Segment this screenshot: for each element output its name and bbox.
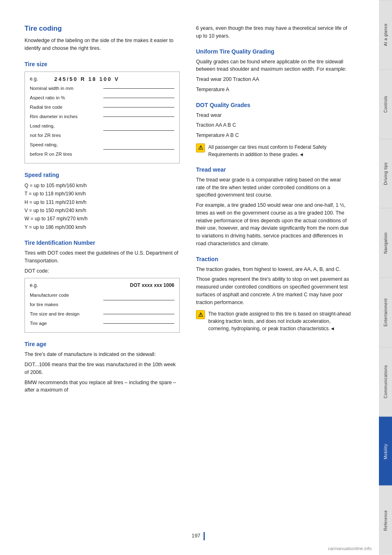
- tire-size-example-row: e.g. 245/50 R 18 100 V: [30, 76, 174, 82]
- tire-size-label-1: Nominal width in mm: [30, 84, 103, 93]
- main-content: Tire coding Knowledge of the labeling on…: [0, 0, 379, 555]
- sidebar-tab-driving-tips[interactable]: Driving tips: [379, 139, 392, 208]
- dot-quality-line1: Tread wear: [196, 112, 351, 119]
- tire-size-row-4: Rim diameter in inches: [30, 112, 174, 121]
- dot-label-3: Tire age: [30, 319, 103, 328]
- tire-size-label-6: Speed rating,before R on ZR tires: [30, 140, 103, 159]
- tread-wear-title: Tread wear: [196, 166, 351, 173]
- left-column: Tire coding Knowledge of the labeling on…: [24, 25, 180, 530]
- speed-item-t: T = up to 118 mph/190 km/h: [24, 190, 180, 198]
- dot-eg-row: e.g. DOT xxxx xxx 1006: [30, 282, 174, 288]
- dot-row-1: Manufacturer codefor tire makes: [30, 291, 174, 309]
- speed-item-y: Y = up to 186 mph/300 km/h: [24, 223, 180, 231]
- tire-size-label-4: Rim diameter in inches: [30, 112, 103, 121]
- sidebar-tab-reference[interactable]: Reference: [379, 486, 392, 555]
- dot-row-3: Tire age: [30, 319, 174, 328]
- dot-label-2: Tire size and tire design: [30, 309, 103, 319]
- dot-label: DOT code:: [24, 267, 180, 275]
- tire-size-box: e.g. 245/50 R 18 100 V Nominal width in …: [24, 72, 180, 163]
- dot-code-box: e.g. DOT xxxx xxx 1006 Manufacturer code…: [24, 278, 180, 333]
- sidebar-tab-mobility[interactable]: Mobility: [379, 416, 392, 486]
- speed-item-q: Q = up to 105 mph/160 km/h: [24, 181, 180, 190]
- tire-size-line-2: [103, 98, 174, 98]
- uniform-grading-ex1: Tread wear 200 Traction AA: [196, 76, 351, 83]
- page-number: 197: [192, 533, 200, 539]
- tire-eg-value: 245/50 R 18 100 V: [54, 76, 119, 82]
- tread-wear-p2: For example, a tire graded 150 would wea…: [196, 201, 351, 248]
- tread-wear-p1: The tread wear grade is a comparative ra…: [196, 176, 351, 199]
- tire-size-row-6: Speed rating,before R on ZR tires: [30, 140, 174, 159]
- tire-size-line-5: [103, 130, 174, 131]
- tire-age-p3: BMW recommends that you replace all tire…: [24, 379, 180, 394]
- uniform-grading-intro: Quality grades can be found where applic…: [196, 58, 351, 74]
- tire-size-label-2: Aspect ratio in %: [30, 93, 103, 103]
- dot-quality-warning-box: ⚠ All passenger car tires must conform t…: [196, 143, 351, 158]
- dot-quality-warning-text: All passenger car tires must conform to …: [208, 143, 351, 158]
- tire-size-row-2: Aspect ratio in %: [30, 93, 174, 103]
- dot-line-3: [103, 323, 174, 324]
- warning-icon-2: ⚠: [196, 310, 205, 319]
- sidebar-tab-entertainment[interactable]: Entertainment: [379, 278, 392, 347]
- dot-rows: Manufacturer codefor tire makes Tire siz…: [30, 291, 174, 328]
- tire-size-row-5: Load rating,not for ZR tires: [30, 121, 174, 140]
- speed-item-h: H = up to 131 mph/210 km/h: [24, 198, 180, 206]
- page-container: Tire coding Knowledge of the labeling on…: [0, 0, 392, 555]
- watermark: carmanualsonline.info: [328, 546, 372, 551]
- traction-warning-box: ⚠ The traction grade assigned to this ti…: [196, 310, 351, 332]
- sidebar-tabs: At a glance Controls Driving tips Naviga…: [379, 0, 392, 555]
- tire-size-row-3: Radial tire code: [30, 103, 174, 112]
- dot-row-2: Tire size and tire design: [30, 309, 174, 319]
- dot-eg-value: DOT xxxx xxx 1006: [130, 282, 174, 288]
- dot-label-1: Manufacturer codefor tire makes: [30, 291, 103, 309]
- tire-size-rows: Nominal width in mm Aspect ratio in % Ra…: [30, 84, 174, 159]
- tire-size-line-1: [103, 88, 174, 89]
- uniform-grading-ex2: Temperature A: [196, 86, 351, 94]
- tire-age-title: Tire age: [24, 341, 180, 347]
- right-column: 6 years, even though the tires may have …: [196, 25, 351, 530]
- uniform-grading-title: Uniform Tire Quality Grading: [196, 48, 351, 55]
- tire-size-row-1: Nominal width in mm: [30, 84, 174, 93]
- tire-id-intro: Tires with DOT codes meet the guidelines…: [24, 249, 180, 265]
- tire-size-line-4: [103, 116, 174, 117]
- page-number-bar: [204, 532, 205, 540]
- tire-id-title: Tire Identification Number: [24, 239, 180, 246]
- tire-size-title: Tire size: [24, 61, 180, 67]
- dot-quality-line2: Traction AA A B C: [196, 121, 351, 129]
- tire-age-p1: The tire's date of manufacture is indica…: [24, 351, 180, 358]
- sidebar-tab-at-a-glance[interactable]: At a glance: [379, 0, 392, 69]
- traction-p2: Those grades represent the tire's abilit…: [196, 275, 351, 306]
- traction-p1: The traction grades, from highest to low…: [196, 266, 351, 273]
- tire-size-label-3: Radial tire code: [30, 103, 103, 112]
- sidebar-tab-navigation[interactable]: Navigation: [379, 208, 392, 278]
- tire-size-line-6: [103, 149, 174, 150]
- traction-warning-text: The traction grade assigned to this tire…: [208, 310, 351, 332]
- dot-quality-line3: Temperature A B C: [196, 132, 351, 139]
- warning-icon-1: ⚠: [196, 143, 205, 152]
- dot-line-1: [103, 300, 174, 300]
- sidebar-tab-controls[interactable]: Controls: [379, 69, 392, 139]
- continued-text: 6 years, even though the tires may have …: [196, 25, 351, 40]
- traction-title: Traction: [196, 256, 351, 262]
- speed-item-v: V = up to 150 mph/240 km/h: [24, 206, 180, 215]
- speed-rating-items: Q = up to 105 mph/160 km/h T = up to 118…: [24, 181, 180, 231]
- dot-quality-title: DOT Quality Grades: [196, 102, 351, 108]
- tire-size-label-5: Load rating,not for ZR tires: [30, 121, 103, 140]
- tire-eg-label: e.g.: [30, 76, 38, 82]
- tire-age-p2: DOT...1006 means that the tire was manuf…: [24, 361, 180, 376]
- dot-eg-label: e.g.: [30, 282, 38, 288]
- sidebar-tab-communications[interactable]: Communications: [379, 347, 392, 416]
- speed-item-w: W = up to 167 mph/270 km/h: [24, 215, 180, 223]
- speed-rating-title: Speed rating: [24, 172, 180, 178]
- main-title: Tire coding: [24, 25, 180, 33]
- tire-size-line-3: [103, 107, 174, 107]
- dot-line-2: [103, 314, 174, 314]
- intro-text: Knowledge of the labeling on the side of…: [24, 37, 180, 53]
